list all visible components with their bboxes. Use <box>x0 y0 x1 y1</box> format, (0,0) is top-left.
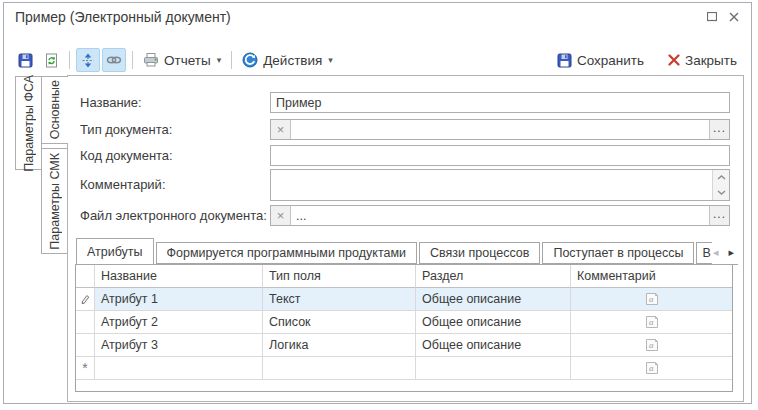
comment-spinner <box>712 170 729 200</box>
actions-label: Действия <box>263 53 322 68</box>
maximize-button[interactable] <box>704 10 720 24</box>
tab-svyazi-processov[interactable]: Связи процессов <box>419 242 540 264</box>
close-window-button[interactable] <box>726 10 742 24</box>
spin-down-button[interactable] <box>713 185 729 200</box>
doc-type-input[interactable] <box>291 120 709 139</box>
maximize-icon <box>707 12 717 22</box>
form-row-comment: Комментарий: <box>68 169 743 201</box>
tab-postupaet-v-processy[interactable]: Поступает в процессы <box>542 242 694 264</box>
table-row: Атрибут 2 Список Общее описание a <box>76 311 732 334</box>
actions-button[interactable]: Действия ▾ <box>238 48 337 72</box>
side-tab-parametry-fsa[interactable]: Параметры ФСА <box>15 76 42 170</box>
toolbar-separator <box>69 51 70 69</box>
tab-scroll-controls: ◂ ▸ <box>713 246 734 259</box>
cell-field-type[interactable]: Текст <box>263 288 416 311</box>
doc-type-clear-button[interactable]: × <box>271 120 291 139</box>
reports-label: Отчеты <box>164 53 211 68</box>
toolbar: Отчеты ▾ Действия ▾ <box>4 47 751 73</box>
screen: Пример (Электронный документ) <box>0 0 758 410</box>
document-window: Пример (Электронный документ) <box>3 2 752 404</box>
chevron-down-icon <box>717 190 726 195</box>
floppy-save-icon <box>557 53 572 68</box>
side-tab-osnovnye[interactable]: Основные <box>41 76 68 144</box>
memo-a-icon: a <box>645 293 659 305</box>
side-tab-label: Основные <box>48 80 62 139</box>
link-toggle-button[interactable] <box>102 48 126 72</box>
tab-scroll-left-button[interactable]: ◂ <box>713 246 719 259</box>
close-dialog-button[interactable]: Закрыть <box>664 48 741 72</box>
doc-type-combo: × ... <box>270 119 730 140</box>
reports-dropdown-caret-icon: ▾ <box>217 55 222 65</box>
edit-pencil-icon <box>80 294 90 305</box>
printer-icon <box>143 53 159 67</box>
cell-section[interactable]: Общее описание <box>416 334 571 357</box>
column-header-field-type[interactable]: Тип поля <box>263 265 416 288</box>
actions-globe-icon <box>242 52 258 68</box>
refresh-button[interactable] <box>39 48 63 72</box>
tab-label: Формируется программными продуктами <box>167 246 406 260</box>
tab-atributy[interactable]: Атрибуты <box>76 238 154 264</box>
cell-field-type[interactable]: Список <box>263 311 416 334</box>
row-edit-indicator <box>76 288 95 311</box>
tab-scroll-right-button[interactable]: ▸ <box>728 246 734 259</box>
file-clear-button[interactable]: × <box>271 206 291 225</box>
svg-text:a: a <box>649 363 654 373</box>
side-tab-parametry-smk[interactable]: Параметры СМК <box>41 148 68 254</box>
table-new-row: * a <box>76 357 732 380</box>
cell-name[interactable] <box>95 357 263 380</box>
memo-edit-button[interactable]: a <box>645 362 659 374</box>
bottom-tabstrip: Атрибуты Формируется программными продук… <box>75 239 738 265</box>
column-header-section[interactable]: Раздел <box>416 265 571 288</box>
toolbar-left-group: Отчеты ▾ Действия ▾ <box>4 48 337 72</box>
memo-edit-button[interactable]: a <box>645 339 659 351</box>
close-dialog-label: Закрыть <box>685 53 737 68</box>
cell-name[interactable]: Атрибут 3 <box>95 334 263 357</box>
save-commit-button[interactable]: Сохранить <box>553 48 648 72</box>
doc-type-label: Тип документа: <box>80 119 172 140</box>
cell-section[interactable]: Общее описание <box>416 311 571 334</box>
cell-comment[interactable]: a <box>571 288 732 311</box>
doc-type-ellipsis-button[interactable]: ... <box>709 120 729 139</box>
new-row-indicator: * <box>76 357 95 380</box>
svg-text:a: a <box>649 340 654 350</box>
column-header-name[interactable]: Название <box>95 265 263 288</box>
comment-textarea[interactable] <box>271 170 712 200</box>
side-tab-label: Параметры ФСА <box>22 75 36 172</box>
table-row: Атрибут 3 Логика Общее описание a <box>76 334 732 357</box>
tab-label: Поступает в процессы <box>553 246 683 260</box>
memo-a-icon: a <box>645 316 659 328</box>
tab-formiruetsya[interactable]: Формируется программными продуктами <box>156 242 417 264</box>
save-button[interactable] <box>13 48 37 72</box>
svg-text:a: a <box>649 294 654 304</box>
name-label: Название: <box>80 92 142 113</box>
cell-section[interactable]: Общее описание <box>416 288 571 311</box>
cell-field-type[interactable] <box>263 357 416 380</box>
doc-code-input[interactable] <box>270 145 730 166</box>
cell-name[interactable]: Атрибут 1 <box>95 288 263 311</box>
doc-code-label: Код документа: <box>80 145 173 166</box>
file-input[interactable] <box>291 206 709 225</box>
close-icon <box>729 12 739 22</box>
save-commit-label: Сохранить <box>577 53 644 68</box>
cell-name[interactable]: Атрибут 2 <box>95 311 263 334</box>
toolbar-separator <box>231 51 232 69</box>
reports-button[interactable]: Отчеты ▾ <box>139 48 225 72</box>
tab-clipped[interactable]: В <box>696 242 712 264</box>
spin-up-button[interactable] <box>713 170 729 185</box>
name-input[interactable] <box>270 92 730 113</box>
memo-edit-button[interactable]: a <box>645 316 659 328</box>
memo-edit-button[interactable]: a <box>645 293 659 305</box>
cell-section[interactable] <box>416 357 571 380</box>
cell-comment[interactable]: a <box>571 311 732 334</box>
column-header-comment[interactable]: Комментарий <box>571 265 732 288</box>
comment-box <box>270 169 730 201</box>
cell-comment[interactable]: a <box>571 334 732 357</box>
grid-header-row: Название Тип поля Раздел Комментарий <box>76 265 732 288</box>
cell-comment[interactable]: a <box>571 357 732 380</box>
cell-field-type[interactable]: Логика <box>263 334 416 357</box>
comment-label: Комментарий: <box>80 169 166 201</box>
main-tab-page: Название: Тип документа: × ... Код докум… <box>67 75 744 402</box>
fit-height-toggle-button[interactable] <box>76 48 100 72</box>
row-indicator-header <box>76 265 95 288</box>
file-ellipsis-button[interactable]: ... <box>709 206 729 225</box>
